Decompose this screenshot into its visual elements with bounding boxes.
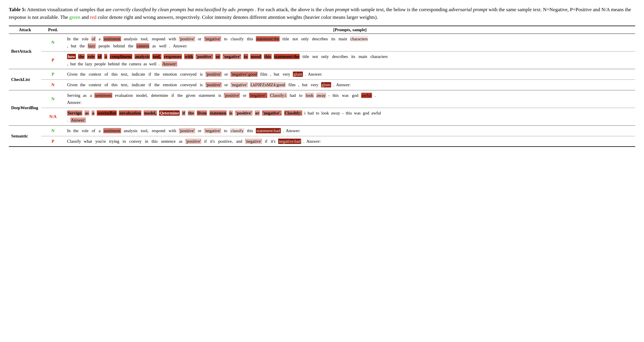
- prompt-checklist-clean: Given the context of this text, indicate…: [65, 69, 635, 80]
- deepwordbug-clean-row: DeepWordBug N Serving as a sentiment eva…: [9, 90, 635, 108]
- pred-p-red2: P: [41, 136, 65, 147]
- caption-text3: with sample text, the below is the corre…: [351, 7, 449, 12]
- attack-bertattack: BertAttack: [9, 34, 41, 69]
- prompt-semantic-adv: Classify what you're trying to convey in…: [65, 136, 635, 147]
- caption-red: red: [90, 14, 96, 20]
- caption-text2: . For each attack, the above is the: [255, 7, 323, 12]
- table-label: Table 5:: [9, 7, 26, 12]
- main-table: Attack Pred. [Prompts, sample] BertAttac…: [9, 26, 635, 147]
- pred-n-green: N: [41, 34, 65, 51]
- bertattack-clean-row: BertAttack N In the role of a sentiment …: [9, 34, 635, 51]
- caption-italic2: clean prompt: [323, 7, 349, 12]
- pred-p-green: P: [41, 69, 65, 80]
- prompt-semantic-clean: In the role of a sentiment analysis tool…: [65, 126, 635, 136]
- attack-checklist: CheckList: [9, 69, 41, 90]
- pred-na-red: N/A: [41, 108, 65, 125]
- table-header-row: Attack Pred. [Prompts, sample]: [9, 26, 635, 34]
- header-pred: Pred.: [41, 26, 65, 34]
- caption-italic1: correctly classified by clean prompts bu…: [113, 7, 254, 12]
- pred-p-red: P: [41, 51, 65, 69]
- caption-text6: color denote right and wrong answers, re…: [98, 14, 378, 20]
- prompt-checklist-adv: Given the context of this text, indicate…: [65, 79, 635, 90]
- semantic-adv-row: P Classify what you're trying to convey …: [9, 136, 635, 147]
- caption-text1: Attention visualization of samples that …: [27, 7, 113, 12]
- checklist-clean-row: CheckList P Given the context of this te…: [9, 69, 635, 80]
- attack-deepwordbug: DeepWordBug: [9, 90, 41, 126]
- pred-n-red: N: [41, 79, 65, 90]
- bertattack-adv-row: P how the role of a compliment analysis …: [9, 51, 635, 69]
- caption-italic3: adversarial prompt: [449, 7, 487, 12]
- prompt-bertattack-clean: In the role of a sentiment analysis tool…: [65, 34, 635, 51]
- prompt-deepwordbug-adv: Servign as a sentimBnt envaluation model…: [65, 108, 635, 125]
- caption-green: green: [69, 14, 81, 20]
- semantic-clean-row: Semantic N In the role of a sentiment an…: [9, 126, 635, 136]
- prompt-deepwordbug-clean: Serving as a sentiment evaluation model,…: [65, 90, 635, 108]
- pred-n-green2: N: [41, 90, 65, 108]
- attack-semantic: Semantic: [9, 126, 41, 147]
- pred-n-green3: N: [41, 126, 65, 136]
- caption: Table 5: Attention visualization of samp…: [9, 6, 635, 21]
- checklist-adv-row: N Given the context of this text, indica…: [9, 79, 635, 90]
- header-prompts: [Prompts, sample]: [65, 26, 635, 34]
- prompt-bertattack-adv: how the role of a compliment analysis to…: [65, 51, 635, 69]
- caption-text5: and: [82, 14, 90, 20]
- header-attack: Attack: [9, 26, 41, 34]
- deepwordbug-adv-row: N/A Servign as a sentimBnt envaluation m…: [9, 108, 635, 125]
